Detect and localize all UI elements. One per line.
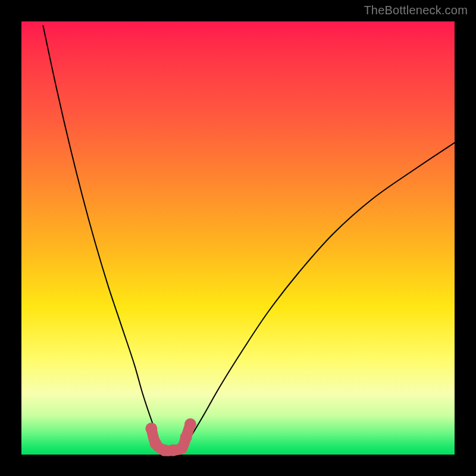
left-curve	[43, 26, 164, 450]
plot-area	[21, 21, 455, 455]
highlight-dot	[145, 422, 157, 434]
highlight-dot	[184, 418, 196, 430]
chart-frame: TheBottleneck.com	[0, 0, 476, 476]
highlight-dot	[180, 431, 192, 443]
curve-layer	[21, 21, 455, 455]
highlight-dot	[176, 442, 187, 454]
watermark-text: TheBottleneck.com	[364, 4, 468, 17]
right-curve	[181, 143, 455, 450]
